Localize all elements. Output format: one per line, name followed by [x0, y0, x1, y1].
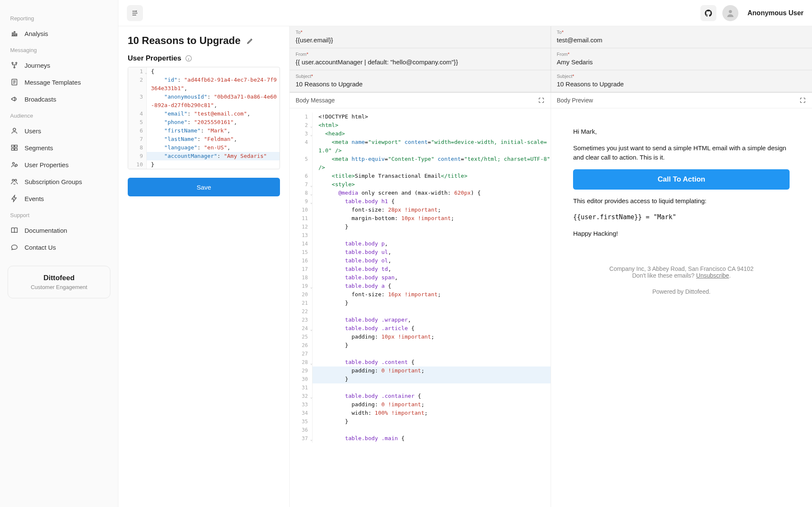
nav-section-audience: Audience [10, 113, 110, 119]
user-properties-heading: User Properties [128, 54, 181, 63]
sidebar: Reporting Analysis Messaging Journeys Me… [0, 0, 118, 507]
subject-field-right: Subject* 10 Reasons to Upgrade [551, 70, 812, 92]
from-value-right: Amy Sedaris [557, 58, 807, 66]
segments-icon [10, 143, 19, 152]
svg-point-4 [16, 62, 17, 63]
from-value-left: {{ user.accountManager | default: "hello… [296, 58, 545, 66]
nav-item-label: Analysis [25, 30, 48, 37]
svg-rect-10 [11, 149, 14, 151]
chat-icon [10, 243, 19, 251]
brand-title: Dittofeed [16, 274, 102, 282]
user-properties-editor[interactable]: 1⌄{2 "id": "ad44fb62-91a4-4ec7-be24-7f93… [128, 67, 280, 169]
nav-item-user-properties[interactable]: User Properties [8, 156, 110, 173]
edit-title-icon[interactable] [247, 37, 254, 44]
nav-section-support: Support [10, 212, 110, 218]
save-button[interactable]: Save [128, 178, 280, 196]
nav-item-events[interactable]: Events [8, 190, 110, 207]
nav-item-label: Events [25, 195, 44, 202]
nav-section-messaging: Messaging [10, 47, 110, 53]
to-value-left: {{user.email}} [296, 36, 545, 44]
svg-point-14 [12, 179, 14, 182]
nav-item-broadcasts[interactable]: Broadcasts [8, 91, 110, 107]
nav-item-label: Documentation [25, 227, 67, 234]
nav-item-label: Message Templates [25, 79, 81, 86]
brand-subtitle: Customer Engagement [16, 284, 102, 290]
topbar: Anonymous User [118, 0, 812, 26]
preview-footer-unsub-lead: Don't like these emails? [632, 272, 696, 279]
svg-point-3 [12, 62, 13, 63]
body-preview-header: Body Preview [551, 93, 812, 108]
svg-rect-11 [15, 149, 17, 151]
preview-cta-button[interactable]: Call To Action [573, 169, 790, 190]
body-preview-pane: Hi Mark, Sometimes you just want to send… [551, 108, 812, 507]
preview-unsubscribe-link[interactable]: Unsubscribe [696, 272, 729, 279]
megaphone-icon [10, 95, 19, 103]
left-panel: 10 Reasons to Upgrade User Properties 1⌄… [118, 26, 290, 507]
bar-chart-icon [10, 29, 19, 38]
nav-item-documentation[interactable]: Documentation [8, 222, 110, 239]
preview-greeting: Hi Mark, [573, 127, 790, 137]
svg-point-7 [13, 128, 16, 131]
nav-item-contact-us[interactable]: Contact Us [8, 239, 110, 256]
from-field-right: From* Amy Sedaris [551, 48, 812, 70]
svg-point-12 [13, 163, 15, 165]
nav-section-reporting: Reporting [10, 15, 110, 22]
nav-item-label: Segments [25, 144, 53, 152]
to-field-right: To* test@email.com [551, 26, 812, 48]
expand-body-preview-icon[interactable] [799, 97, 806, 104]
nav-item-message-templates[interactable]: Message Templates [8, 74, 110, 91]
user-icon [10, 127, 19, 135]
svg-rect-2 [16, 34, 17, 36]
nav-item-label: Journeys [25, 62, 50, 69]
svg-rect-1 [14, 32, 15, 36]
svg-rect-9 [15, 145, 17, 147]
nav-item-analysis[interactable]: Analysis [8, 25, 110, 42]
nav-item-label: Broadcasts [25, 96, 56, 103]
svg-point-13 [15, 164, 17, 166]
page-title: 10 Reasons to Upgrade [128, 35, 241, 47]
nav-item-label: Users [25, 127, 41, 135]
book-icon [10, 226, 19, 234]
preview-closing: Happy Hacking! [573, 229, 790, 239]
svg-point-15 [15, 179, 17, 182]
toggle-sidebar-button[interactable] [127, 5, 143, 21]
from-field-left[interactable]: From* {{ user.accountManager | default: … [290, 48, 551, 70]
preview-footer-company: Company Inc, 3 Abbey Road, San Francisco… [560, 265, 804, 272]
svg-rect-0 [12, 33, 13, 36]
nav-item-segments[interactable]: Segments [8, 139, 110, 156]
nav-item-label: Subscription Groups [25, 178, 82, 185]
nav-item-subscription-groups[interactable]: Subscription Groups [8, 173, 110, 190]
username-label: Anonymous User [748, 9, 804, 17]
preview-liquid-example: {{user.firstName}} = "Mark" [573, 212, 790, 222]
lightning-icon [10, 194, 19, 203]
svg-point-16 [729, 10, 732, 13]
to-value-right: test@email.com [557, 36, 807, 44]
expand-body-message-icon[interactable] [538, 97, 545, 104]
preview-powered-by: Powered by Dittofeed. [560, 288, 804, 295]
svg-rect-8 [11, 145, 14, 147]
user-properties-icon [10, 160, 19, 169]
svg-point-5 [14, 67, 15, 68]
to-field-left[interactable]: To* {{user.email}} [290, 26, 551, 48]
nav-item-journeys[interactable]: Journeys [8, 57, 110, 74]
user-avatar[interactable] [722, 5, 738, 21]
nav-item-users[interactable]: Users [8, 122, 110, 139]
email-header-grid: To* {{user.email}} To* test@email.com Fr… [290, 26, 812, 93]
nav-item-label: User Properties [25, 161, 69, 168]
template-icon [10, 78, 19, 86]
preview-liquid-note: This editor provides access to liquid te… [573, 196, 790, 206]
body-message-editor[interactable]: 1<!DOCTYPE html>2⌄<html>3⌄ <head>4 <meta… [290, 108, 551, 507]
body-message-header: Body Message [290, 93, 551, 108]
subject-value-right: 10 Reasons to Upgrade [557, 80, 807, 88]
info-icon[interactable] [185, 55, 192, 62]
journey-icon [10, 61, 19, 69]
github-link[interactable] [700, 5, 716, 21]
nav-item-label: Contact Us [25, 244, 56, 251]
brand-card: Dittofeed Customer Engagement [8, 266, 110, 298]
preview-footer: Company Inc, 3 Abbey Road, San Francisco… [560, 265, 804, 279]
subject-value-left: 10 Reasons to Upgrade [296, 80, 545, 88]
groups-icon [10, 177, 19, 186]
subject-field-left[interactable]: Subject* 10 Reasons to Upgrade [290, 70, 551, 92]
preview-intro: Sometimes you just want to send a simple… [573, 143, 790, 163]
